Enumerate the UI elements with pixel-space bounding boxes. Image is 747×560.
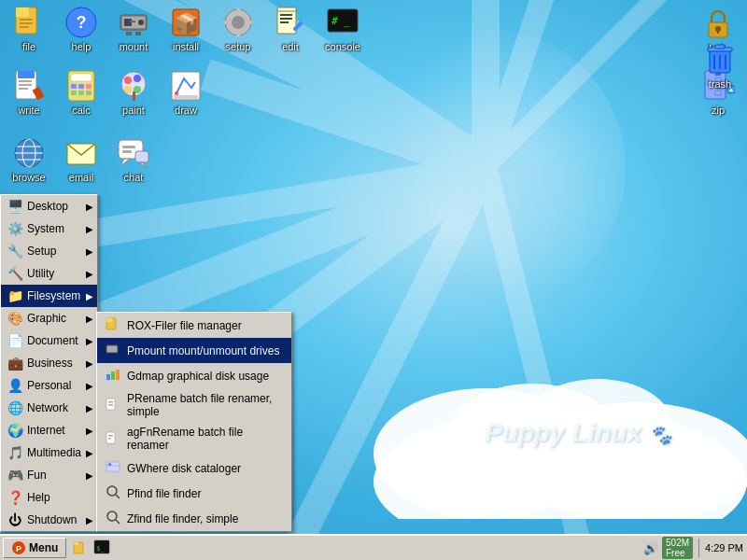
setup-label: setup [226, 41, 251, 52]
svg-point-65 [134, 75, 141, 82]
svg-point-67 [124, 86, 132, 93]
icon-setup[interactable]: setup [213, 2, 263, 56]
system-menu-icon: ⚙️ [7, 221, 23, 236]
svg-text:📦: 📦 [174, 11, 200, 36]
chat-icon [117, 136, 150, 170]
icon-browse[interactable]: browse [4, 133, 54, 187]
shutdown-menu-arrow: ▶ [86, 515, 93, 525]
svg-text:?: ? [77, 13, 87, 32]
submenu-pfind[interactable]: Pfind file finder [97, 481, 291, 506]
agfnrename-label: agFnRename batch file renamer [127, 426, 284, 452]
svg-rect-105 [111, 371, 115, 380]
submenu-gwhere[interactable]: GWhere disk cataloger [97, 455, 291, 481]
personal-menu-arrow: ▶ [86, 381, 93, 391]
shutdown-menu-label: Shutdown [27, 513, 77, 526]
icon-trash[interactable]: trash [695, 39, 745, 93]
top-icon-row: file ? help mount [0, 0, 372, 58]
file-label: file [22, 41, 35, 52]
graphic-menu-label: Graphic [27, 312, 66, 325]
system-menu-arrow: ▶ [86, 224, 93, 234]
rox-filer-icon [105, 316, 121, 334]
submenu-prename[interactable]: PRename batch file renamer, simple [97, 388, 291, 422]
utility-menu-label: Utility [27, 267, 54, 280]
install-icon: 📦 [169, 6, 203, 39]
document-menu-icon: 📄 [7, 333, 23, 348]
console-label: console [325, 41, 360, 52]
system-menu-label: System [27, 222, 64, 235]
prename-icon [105, 397, 121, 414]
icon-calc[interactable]: calc [56, 65, 106, 119]
setup-menu-arrow: ▶ [86, 246, 93, 257]
icon-email[interactable]: email [56, 133, 106, 187]
taskbar: P Menu $_ 🔊 502M Free 4:29 PM [0, 534, 747, 560]
submenu-agfnrename[interactable]: agFnRename batch file renamer [97, 422, 291, 455]
gdmap-icon [105, 367, 121, 385]
menu-item-desktop[interactable]: 🖥️ Desktop ▶ [1, 195, 97, 217]
submenu-zfind[interactable]: Zfind file finder, simple [97, 506, 291, 531]
submenu-pmount[interactable]: Pmount mount/unmount drives [97, 338, 291, 363]
fun-menu-label: Fun [27, 469, 47, 482]
zfind-icon [105, 510, 121, 527]
svg-rect-115 [108, 464, 111, 466]
icon-mount[interactable]: mount [108, 2, 159, 56]
personal-menu-icon: 👤 [7, 378, 23, 393]
icon-edit[interactable]: edit [265, 2, 316, 56]
desktop-menu-label: Desktop [27, 200, 68, 213]
menu-item-document[interactable]: 📄 Document ▶ [1, 329, 97, 352]
personal-menu-label: Personal [27, 379, 71, 392]
menu-item-shutdown[interactable]: ⏻ Shutdown ▶ [1, 509, 97, 531]
menu-item-graphic[interactable]: 🎨 Graphic ▶ [1, 307, 97, 329]
svg-rect-58 [78, 84, 84, 89]
taskbar-terminal-icon[interactable]: $_ [93, 539, 110, 558]
install-label: install [173, 41, 199, 52]
menu-item-network[interactable]: 🌐 Network ▶ [1, 397, 97, 419]
icon-draw[interactable]: draw [161, 65, 211, 119]
svg-point-29 [138, 20, 144, 25]
icon-file[interactable]: file [4, 2, 54, 56]
graphic-menu-arrow: ▶ [86, 314, 93, 324]
icon-paint[interactable]: paint [108, 65, 159, 119]
multimedia-menu-label: Multimedia [27, 446, 81, 459]
menu-item-utility[interactable]: 🔨 Utility ▶ [1, 262, 97, 285]
taskbar-folder-icon[interactable] [73, 539, 90, 558]
graphic-menu-icon: 🎨 [7, 311, 23, 326]
menu-item-fun[interactable]: 🎮 Fun ▶ [1, 464, 97, 486]
taskbar-volume-icon[interactable]: 🔊 [643, 541, 658, 555]
icon-chat[interactable]: chat [108, 133, 159, 187]
start-menu: 🖥️ Desktop ▶ ⚙️ System ▶ 🔧 Setup ▶ 🔨 Uti… [0, 194, 98, 532]
svg-rect-52 [19, 84, 32, 86]
svg-marker-79 [120, 159, 130, 166]
menu-item-setup[interactable]: 🔧 Setup ▶ [1, 240, 97, 262]
svg-rect-123 [74, 542, 78, 545]
svg-rect-61 [78, 91, 84, 95]
start-button[interactable]: P Menu [3, 538, 66, 558]
menu-item-system[interactable]: ⚙️ System ▶ [1, 217, 97, 240]
chat-label: chat [124, 172, 144, 183]
svg-point-36 [232, 16, 245, 29]
write-label: write [18, 105, 39, 116]
svg-rect-53 [19, 88, 28, 90]
submenu-rox-filer[interactable]: ROX-Filer file manager [97, 313, 291, 338]
icon-console[interactable]: # _ console [317, 2, 368, 56]
icon-help[interactable]: ? help [56, 2, 106, 56]
start-label: Menu [29, 541, 58, 554]
icon-install[interactable]: 📦 install [161, 2, 211, 56]
mem-label: Free [666, 548, 685, 558]
menu-item-multimedia[interactable]: 🎵 Multimedia ▶ [1, 441, 97, 464]
submenu-gdmap[interactable]: Gdmap graphical disk usage [97, 363, 291, 388]
menu-item-filesystem[interactable]: 📁 Filesystem ▶ [1, 285, 97, 307]
menu-item-business[interactable]: 💼 Business ▶ [1, 352, 97, 374]
icon-write[interactable]: write [4, 65, 54, 119]
svg-rect-101 [106, 318, 112, 322]
internet-menu-arrow: ▶ [86, 426, 93, 436]
svg-rect-96 [715, 45, 725, 49]
svg-rect-39 [223, 21, 231, 24]
menu-item-internet[interactable]: 🌍 Internet ▶ [1, 419, 97, 441]
console-icon: # _ [326, 6, 359, 39]
svg-rect-111 [108, 435, 113, 437]
menu-item-help[interactable]: ❓ Help [1, 486, 97, 509]
svg-rect-40 [246, 21, 253, 24]
svg-rect-68 [133, 91, 135, 101]
filesystem-menu-arrow: ▶ [86, 291, 93, 301]
menu-item-personal[interactable]: 👤 Personal ▶ [1, 374, 97, 397]
